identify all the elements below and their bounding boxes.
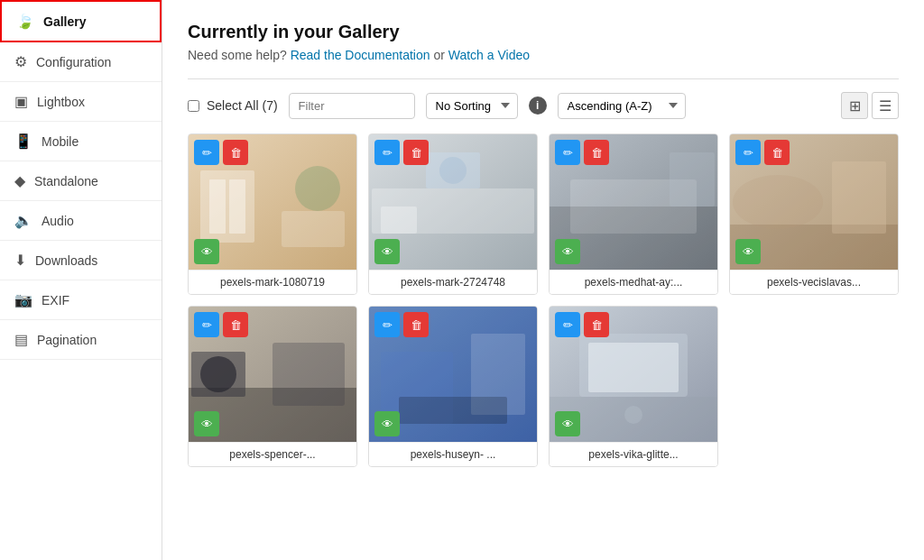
edit-button[interactable]: ✏ — [374, 140, 400, 165]
sidebar-item-lightbox[interactable]: ▣ Lightbox — [0, 82, 162, 122]
card-actions-top: ✏ 🗑 — [555, 312, 609, 337]
select-all-checkbox[interactable] — [188, 100, 199, 112]
view-button[interactable]: 👁 — [374, 239, 400, 264]
sidebar-item-gallery[interactable]: 🍃 Gallery — [0, 0, 162, 42]
downloads-icon: ⬇ — [14, 252, 26, 269]
delete-button[interactable]: 🗑 — [764, 140, 790, 165]
image-card[interactable]: ✏ 🗑 👁 pexels-mark-2724748 — [368, 133, 538, 295]
sidebar-item-label: Lightbox — [37, 95, 85, 109]
sidebar-item-downloads[interactable]: ⬇ Downloads — [0, 241, 162, 280]
sidebar-item-mobile[interactable]: 📱 Mobile — [0, 122, 162, 161]
sidebar-item-standalone[interactable]: ◆ Standalone — [0, 161, 162, 201]
delete-button[interactable]: 🗑 — [223, 312, 248, 337]
svg-rect-10 — [381, 207, 417, 234]
lightbox-icon: ▣ — [14, 93, 28, 110]
image-grid: ✏ 🗑 👁 pexels-mark-1080719 — [188, 133, 899, 467]
image-caption: pexels-mark-1080719 — [189, 270, 356, 294]
gear-icon: ⚙ — [14, 53, 27, 70]
card-actions-top: ✏ 🗑 — [374, 312, 429, 337]
edit-button[interactable]: ✏ — [374, 312, 400, 337]
image-caption: pexels-vecislavas... — [730, 270, 898, 294]
help-text: Need some help? Read the Documentation o… — [188, 48, 899, 62]
svg-rect-32 — [588, 343, 679, 392]
svg-rect-17 — [832, 161, 886, 234]
sidebar-item-label: Configuration — [36, 55, 111, 69]
sidebar-item-label: Pagination — [37, 333, 97, 347]
page-title: Currently in your Gallery — [188, 22, 899, 42]
docs-link[interactable]: Read the Documentation — [291, 48, 430, 62]
filter-input[interactable] — [289, 93, 415, 119]
edit-button[interactable]: ✏ — [735, 140, 761, 165]
card-view-btn: 👁 — [555, 411, 580, 436]
exif-icon: 📷 — [14, 291, 32, 308]
svg-point-33 — [624, 406, 642, 424]
delete-button[interactable]: 🗑 — [223, 140, 248, 165]
card-view-btn: 👁 — [194, 239, 219, 264]
card-view-btn: 👁 — [374, 239, 400, 264]
image-caption: pexels-medhat-ay:... — [550, 270, 717, 294]
view-button[interactable]: 👁 — [555, 411, 580, 436]
image-card[interactable]: ✏ 🗑 👁 pexels-vika-glitte... — [549, 306, 718, 467]
image-wrapper: ✏ 🗑 👁 — [189, 307, 356, 442]
edit-button[interactable]: ✏ — [194, 140, 219, 165]
sidebar-item-audio[interactable]: 🔈 Audio — [0, 201, 162, 241]
image-card[interactable]: ✏ 🗑 👁 pexels-medhat-ay:... — [549, 133, 718, 295]
sidebar-item-configuration[interactable]: ⚙ Configuration — [0, 42, 162, 82]
image-wrapper: ✏ 🗑 👁 — [189, 134, 356, 270]
list-view-button[interactable]: ☰ — [872, 92, 899, 119]
sidebar-item-label: Downloads — [35, 253, 97, 268]
sidebar-item-pagination[interactable]: ▤ Pagination — [0, 320, 162, 360]
image-wrapper: ✏ 🗑 👁 — [730, 134, 898, 270]
sidebar: 🍃 Gallery ⚙ Configuration ▣ Lightbox 📱 M… — [0, 0, 162, 560]
view-button[interactable]: 👁 — [735, 239, 761, 264]
main-content: Currently in your Gallery Need some help… — [162, 0, 924, 560]
view-toggle: ⊞ ☰ — [841, 92, 899, 119]
svg-point-4 — [295, 166, 340, 211]
image-card[interactable]: ✏ 🗑 👁 pexels-huseyn- ... — [368, 306, 538, 467]
delete-button[interactable]: 🗑 — [403, 312, 429, 337]
svg-point-18 — [733, 175, 823, 229]
svg-rect-2 — [209, 179, 226, 234]
card-actions-top: ✏ 🗑 — [735, 140, 790, 165]
image-card[interactable]: ✏ 🗑 👁 pexels-vecislavas... — [729, 133, 899, 295]
sidebar-item-label: EXIF — [42, 293, 69, 308]
image-caption: pexels-mark-2724748 — [369, 270, 537, 294]
select-all-label[interactable]: Select All (7) — [207, 98, 278, 113]
view-button[interactable]: 👁 — [194, 411, 219, 436]
mobile-icon: 📱 — [14, 133, 32, 150]
toolbar: Select All (7) No Sorting By Name By Dat… — [188, 92, 899, 119]
leaf-icon: 🍃 — [16, 13, 34, 30]
image-caption: pexels-huseyn- ... — [369, 442, 537, 466]
image-card[interactable]: ✏ 🗑 👁 pexels-spencer-... — [188, 306, 357, 467]
image-card[interactable]: ✏ 🗑 👁 pexels-mark-1080719 — [188, 133, 357, 295]
edit-button[interactable]: ✏ — [555, 140, 580, 165]
svg-rect-5 — [282, 211, 345, 247]
image-wrapper: ✏ 🗑 👁 — [550, 307, 717, 442]
video-link[interactable]: Watch a Video — [448, 48, 530, 62]
standalone-icon: ◆ — [14, 172, 25, 189]
info-icon[interactable]: i — [529, 96, 547, 115]
card-actions-top: ✏ 🗑 — [555, 140, 609, 165]
card-view-btn: 👁 — [374, 411, 400, 436]
view-button[interactable]: 👁 — [555, 239, 580, 264]
delete-button[interactable]: 🗑 — [584, 312, 609, 337]
card-actions-top: ✏ 🗑 — [374, 140, 429, 165]
delete-button[interactable]: 🗑 — [403, 140, 429, 165]
select-all-area: Select All (7) — [188, 98, 278, 113]
sidebar-item-label: Audio — [42, 214, 74, 228]
grid-view-button[interactable]: ⊞ — [841, 92, 868, 119]
image-caption: pexels-vika-glitte... — [550, 442, 717, 466]
edit-button[interactable]: ✏ — [194, 312, 219, 337]
delete-button[interactable]: 🗑 — [584, 140, 609, 165]
sidebar-item-label: Standalone — [34, 174, 98, 188]
view-button[interactable]: 👁 — [194, 239, 219, 264]
image-caption: pexels-spencer-... — [189, 442, 356, 466]
sidebar-item-label: Gallery — [43, 14, 86, 29]
sidebar-item-exif[interactable]: 📷 EXIF — [0, 280, 162, 320]
card-actions-top: ✏ 🗑 — [194, 312, 248, 337]
sort-select[interactable]: No Sorting By Name By Date By Size — [426, 93, 518, 119]
sidebar-item-label: Mobile — [42, 134, 79, 149]
edit-button[interactable]: ✏ — [555, 312, 580, 337]
order-select[interactable]: Ascending (A-Z) Descending (Z-A) — [558, 93, 686, 119]
view-button[interactable]: 👁 — [374, 411, 400, 436]
